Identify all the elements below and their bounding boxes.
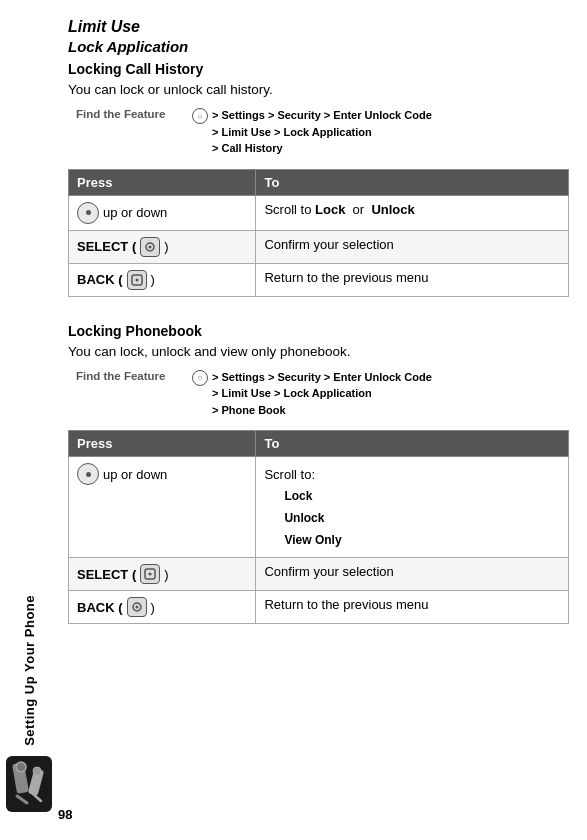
option-view-only: View Only <box>264 530 560 552</box>
sidebar-label: Setting Up Your Phone <box>22 595 37 746</box>
option-lock: Lock <box>264 486 560 508</box>
option-unlock: Unlock <box>264 508 560 530</box>
back-btn-icon-1 <box>127 270 147 290</box>
sidebar: Setting Up Your Phone <box>0 0 58 840</box>
sidebar-icon-wrench <box>6 756 52 812</box>
back-close-paren-1: ) <box>151 272 155 287</box>
to-cell-return-2: Return to the previous menu <box>256 591 569 624</box>
phonebook-table: Press To up or down <box>68 430 569 624</box>
table-row: up or down Scroll to: Lock Unlock View O… <box>69 457 569 558</box>
sub-title-lock-app: Lock Application <box>68 38 569 55</box>
main-content: Limit Use Lock Application Locking Call … <box>58 0 587 840</box>
select-close-paren-2: ) <box>164 567 168 582</box>
back-close-paren-2: ) <box>151 600 155 615</box>
svg-point-11 <box>135 606 138 609</box>
table1-header-press: Press <box>69 169 256 195</box>
menu-icon-1: ○ <box>192 108 208 124</box>
menu-icon-2: ○ <box>192 370 208 386</box>
table2-header-press: Press <box>69 431 256 457</box>
find-feature-label-1: Find the Feature <box>76 108 186 120</box>
select-close-paren-1: ) <box>164 239 168 254</box>
press-cell-nav-2: up or down <box>69 457 256 558</box>
back-label-2: BACK ( <box>77 600 123 615</box>
table2-header-to: To <box>256 431 569 457</box>
table1-header-to: To <box>256 169 569 195</box>
find-feature-call-history: Find the Feature ○ > Settings > Security… <box>76 107 569 157</box>
back-label-1: BACK ( <box>77 272 123 287</box>
call-history-body: You can lock or unlock call history. <box>68 82 569 97</box>
topic-locking-call-history: Locking Call History <box>68 61 569 77</box>
svg-point-9 <box>149 573 152 576</box>
table-row: up or down Scroll to Lock or Unlock <box>69 195 569 230</box>
svg-point-2 <box>16 762 26 772</box>
to-cell-return-1: Return to the previous menu <box>256 263 569 296</box>
to-cell-confirm-1: Confirm your selection <box>256 230 569 263</box>
find-feature-phonebook: Find the Feature ○ > Settings > Security… <box>76 369 569 419</box>
find-feature-label-2: Find the Feature <box>76 370 186 382</box>
select-btn-icon-1 <box>140 237 160 257</box>
table-row: BACK ( ) Return to the previous menu <box>69 263 569 296</box>
press-cell-back-1: BACK ( ) <box>69 263 256 296</box>
svg-point-7 <box>135 278 138 281</box>
nav-scroll-icon-2 <box>77 463 99 485</box>
table-row: BACK ( ) Return to the previous menu <box>69 591 569 624</box>
table-row: SELECT ( ) Confirm your selection <box>69 558 569 591</box>
scroll-to-label: Scroll to: <box>264 467 315 482</box>
select-btn-icon-2 <box>140 564 160 584</box>
select-label-2: SELECT ( <box>77 567 136 582</box>
table-row: SELECT ( ) Confirm your selection <box>69 230 569 263</box>
call-history-table: Press To up or down Scroll <box>68 169 569 297</box>
find-feature-path-phonebook: > Settings > Security > Enter Unlock Cod… <box>212 369 432 419</box>
back-btn-icon-2 <box>127 597 147 617</box>
page-number: 98 <box>58 807 72 822</box>
section-title-limit-use: Limit Use <box>68 18 569 36</box>
press-cell-select-1: SELECT ( ) <box>69 230 256 263</box>
to-cell-lock-unlock: Scroll to Lock or Unlock <box>256 195 569 230</box>
svg-point-5 <box>149 245 152 248</box>
press-cell-nav-1: up or down <box>69 195 256 230</box>
svg-point-3 <box>33 767 41 775</box>
to-cell-scroll-list: Scroll to: Lock Unlock View Only <box>256 457 569 558</box>
phonebook-body: You can lock, unlock and view only phone… <box>68 344 569 359</box>
press-cell-back-2: BACK ( ) <box>69 591 256 624</box>
select-label-1: SELECT ( <box>77 239 136 254</box>
find-feature-path-call-history: > Settings > Security > Enter Unlock Cod… <box>212 107 432 157</box>
nav-label-1: up or down <box>103 205 167 220</box>
nav-label-2: up or down <box>103 467 167 482</box>
topic-locking-phonebook: Locking Phonebook <box>68 323 569 339</box>
to-cell-confirm-2: Confirm your selection <box>256 558 569 591</box>
nav-scroll-icon-1 <box>77 202 99 224</box>
press-cell-select-2: SELECT ( ) <box>69 558 256 591</box>
